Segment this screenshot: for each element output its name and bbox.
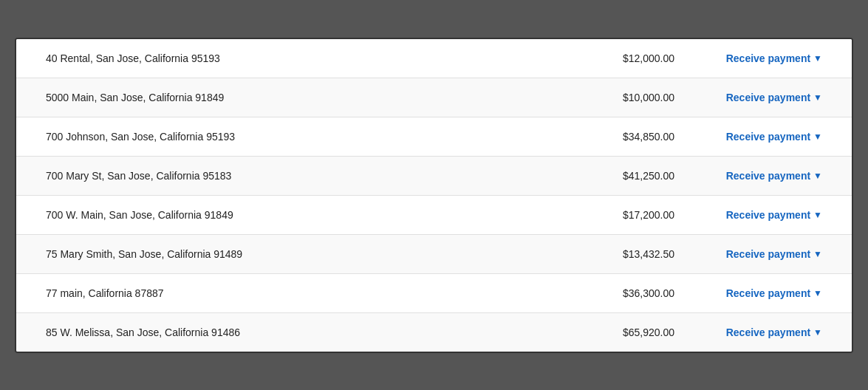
receive-payment-button[interactable]: Receive payment xyxy=(726,248,810,260)
address-cell: 85 W. Melissa, San Jose, California 9148… xyxy=(46,326,586,338)
receive-payment-button[interactable]: Receive payment xyxy=(726,52,810,64)
amount-cell: $13,432.50 xyxy=(586,248,674,260)
amount-cell: $12,000.00 xyxy=(586,52,674,64)
action-cell: Receive payment▼ xyxy=(704,287,822,299)
table-row: 40 Rental, San Jose, California 95193$12… xyxy=(16,39,852,78)
chevron-down-icon[interactable]: ▼ xyxy=(813,53,822,64)
address-cell: 700 W. Main, San Jose, California 91849 xyxy=(46,209,586,221)
receive-payment-button[interactable]: Receive payment xyxy=(726,209,810,221)
action-cell: Receive payment▼ xyxy=(704,52,822,64)
amount-cell: $10,000.00 xyxy=(586,92,674,103)
chevron-down-icon[interactable]: ▼ xyxy=(813,327,822,338)
main-window: 40 Rental, San Jose, California 95193$12… xyxy=(15,38,853,353)
address-cell: 700 Johnson, San Jose, California 95193 xyxy=(46,131,586,143)
address-cell: 700 Mary St, San Jose, California 95183 xyxy=(46,170,586,182)
address-cell: 75 Mary Smith, San Jose, California 9148… xyxy=(46,248,586,260)
table-row: 700 Johnson, San Jose, California 95193$… xyxy=(16,117,852,157)
receive-payment-button[interactable]: Receive payment xyxy=(726,131,810,143)
chevron-down-icon[interactable]: ▼ xyxy=(813,131,822,142)
table-row: 700 W. Main, San Jose, California 91849$… xyxy=(16,196,852,235)
action-cell: Receive payment▼ xyxy=(704,248,822,260)
chevron-down-icon[interactable]: ▼ xyxy=(813,210,822,220)
address-cell: 77 main, California 87887 xyxy=(46,287,586,299)
table-row: 77 main, California 87887$36,300.00Recei… xyxy=(16,274,852,313)
address-cell: 40 Rental, San Jose, California 95193 xyxy=(46,52,586,64)
chevron-down-icon[interactable]: ▼ xyxy=(813,249,822,259)
action-cell: Receive payment▼ xyxy=(704,209,822,221)
receive-payment-button[interactable]: Receive payment xyxy=(726,287,810,299)
action-cell: Receive payment▼ xyxy=(704,131,822,143)
table-row: 700 Mary St, San Jose, California 95183$… xyxy=(16,157,852,196)
receive-payment-button[interactable]: Receive payment xyxy=(726,92,810,103)
table-row: 75 Mary Smith, San Jose, California 9148… xyxy=(16,235,852,274)
amount-cell: $34,850.00 xyxy=(586,131,674,143)
chevron-down-icon[interactable]: ▼ xyxy=(813,92,822,103)
action-cell: Receive payment▼ xyxy=(704,92,822,103)
chevron-down-icon[interactable]: ▼ xyxy=(813,288,822,298)
amount-cell: $41,250.00 xyxy=(586,170,674,182)
table-row: 5000 Main, San Jose, California 91849$10… xyxy=(16,78,852,117)
amount-cell: $17,200.00 xyxy=(586,209,674,221)
action-cell: Receive payment▼ xyxy=(704,170,822,182)
amount-cell: $65,920.00 xyxy=(586,326,674,338)
table-row: 85 W. Melissa, San Jose, California 9148… xyxy=(16,313,852,352)
chevron-down-icon[interactable]: ▼ xyxy=(813,171,822,181)
amount-cell: $36,300.00 xyxy=(586,287,674,299)
action-cell: Receive payment▼ xyxy=(704,326,822,338)
payments-table: 40 Rental, San Jose, California 95193$12… xyxy=(16,39,852,352)
receive-payment-button[interactable]: Receive payment xyxy=(726,326,810,338)
address-cell: 5000 Main, San Jose, California 91849 xyxy=(46,92,586,103)
receive-payment-button[interactable]: Receive payment xyxy=(726,170,810,182)
